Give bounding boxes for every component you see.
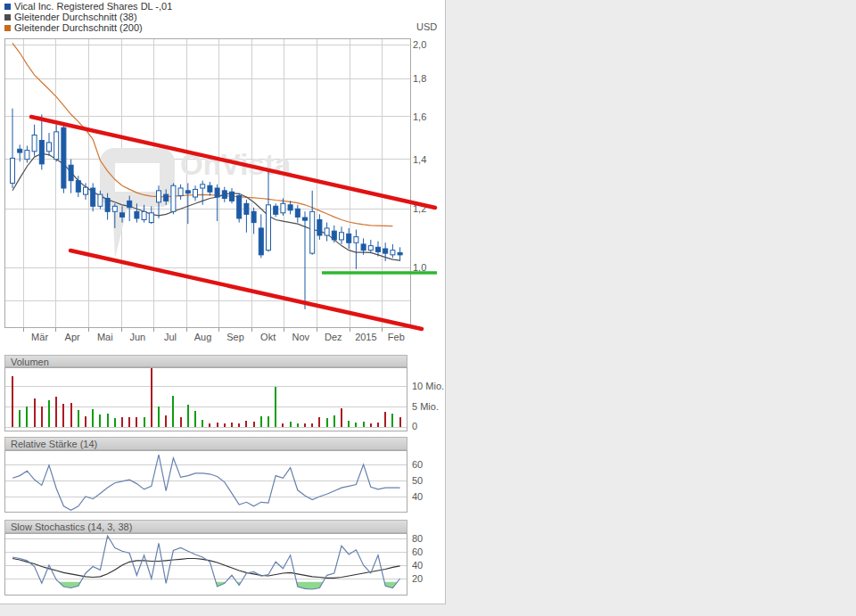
legend: Vical Inc. Registered Shares DL -,01 Gle… <box>4 1 172 33</box>
volume-axis-label: 0 <box>412 421 417 431</box>
price-axis-label: 1,8 <box>413 73 426 84</box>
month-label: Mai <box>97 332 113 342</box>
price-axis-label: 1,2 <box>413 203 426 214</box>
month-label: Sep <box>226 332 244 342</box>
rsi-axis-label: 50 <box>412 475 423 486</box>
stoch-axis-label: 80 <box>412 533 423 544</box>
ma200-color-swatch <box>4 25 11 31</box>
rsi-axis-label: 40 <box>412 491 423 502</box>
stoch-axis-label: 40 <box>412 560 423 571</box>
volume-axis-label: 10 Mio. <box>412 381 444 391</box>
stoch-axis-label: 60 <box>412 546 423 557</box>
month-label: 2015 <box>355 332 376 342</box>
instrument-label: Vical Inc. Registered Shares DL -,01 <box>14 1 172 12</box>
stoch-axis-label: 20 <box>412 573 423 584</box>
svg-text:OnVista: OnVista <box>180 148 292 181</box>
month-label: Apr <box>65 332 80 342</box>
price-axis-label: 2,0 <box>413 39 426 50</box>
legend-item-ma200: Gleitender Durchschnitt (200) <box>4 22 172 33</box>
rsi-chart-svg[interactable] <box>4 450 407 513</box>
stochastics-chart-svg[interactable] <box>4 533 407 595</box>
month-label: Feb <box>388 332 405 342</box>
price-axis-label: 1,0 <box>413 262 426 273</box>
month-label: Jun <box>129 332 145 342</box>
legend-item-instrument: Vical Inc. Registered Shares DL -,01 <box>4 1 172 12</box>
main-price-chart-svg[interactable]: OnVista <box>4 38 411 328</box>
month-label: Okt <box>260 332 276 342</box>
month-label: Jul <box>164 332 177 342</box>
stoch-panel-header: Slow Stochastics (14, 3, 38) <box>4 520 407 533</box>
ma38-color-swatch <box>4 14 11 21</box>
month-label: Mär <box>31 332 48 342</box>
chart-page: Vical Inc. Registered Shares DL -,01 Gle… <box>0 0 446 604</box>
volume-panel-header: Volumen <box>4 355 407 367</box>
ma200-label: Gleitender Durchschnitt (200) <box>14 22 143 33</box>
price-axis-label: 1,4 <box>413 154 426 165</box>
legend-item-ma38: Gleitender Durchschnitt (38) <box>4 12 172 22</box>
instrument-color-swatch <box>4 4 11 10</box>
price-axis-label: 1,6 <box>413 111 426 122</box>
month-label: Dez <box>325 332 342 342</box>
rsi-panel-header: Relative Stärke (14) <box>4 437 407 450</box>
month-label: Nov <box>292 332 309 342</box>
volume-axis-label: 5 Mio. <box>412 401 439 412</box>
currency-label: USD <box>416 21 437 32</box>
ma38-label: Gleitender Durchschnitt (38) <box>14 12 137 22</box>
volume-chart-svg[interactable] <box>4 367 407 431</box>
month-label: Aug <box>194 332 212 342</box>
rsi-axis-label: 60 <box>412 459 423 470</box>
